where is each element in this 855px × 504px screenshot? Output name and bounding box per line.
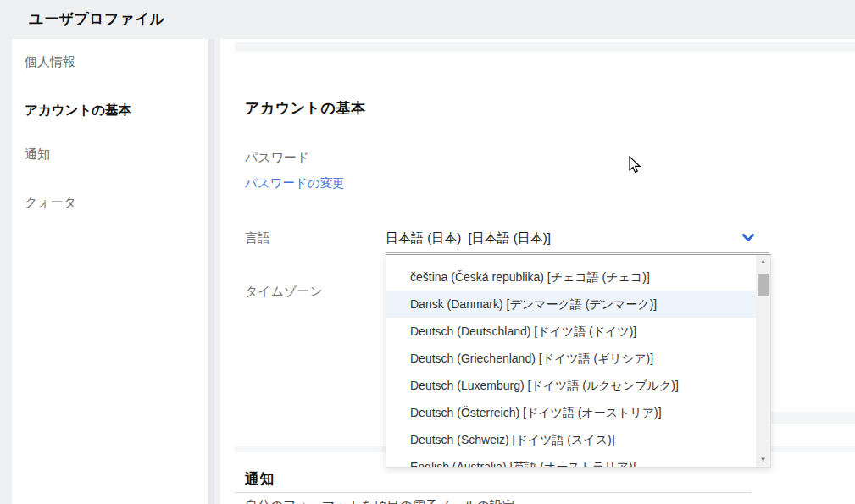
notifications-section-title: 通知 [245,469,275,489]
sidebar-item-personal-info[interactable]: 個人情報 [25,54,75,70]
language-option[interactable]: Deutsch (Luxemburg) [ドイツ語 (ルクセンブルク)] [386,372,756,399]
language-select-value: 日本語 (日本) [日本語 (日本)] [386,230,551,246]
password-label: パスワード [245,150,309,166]
triangle-up-icon[interactable]: ▲ [756,255,770,269]
chevron-down-icon[interactable] [742,234,754,242]
notifications-clipped-text: 自分のフォーマットを項目の電子メールの設定 [245,498,515,504]
language-label: 言語 [245,230,270,246]
change-password-link[interactable]: パスワードの変更 [245,175,345,191]
top-scroll-band [235,42,855,52]
scrollbar-thumb[interactable] [758,274,769,296]
language-option-list: čeština (Česká republika) [チェコ語 (チェコ)] D… [386,263,756,468]
language-option[interactable]: Deutsch (Österreich) [ドイツ語 (オーストリア)] [386,399,756,426]
timezone-label: タイムゾーン [245,284,323,300]
section-title-account-basics: アカウントの基本 [245,98,365,118]
language-dropdown: čeština (Česká republika) [チェコ語 (チェコ)] D… [386,254,771,468]
language-option[interactable]: Deutsch (Griechenland) [ドイツ語 (ギリシア)] [386,345,756,372]
language-select[interactable]: 日本語 (日本) [日本語 (日本)] [386,225,769,253]
notifications-divider [235,492,752,493]
language-option[interactable]: Deutsch (Schweiz) [ドイツ語 (スイス)] [386,426,756,453]
language-option[interactable]: čeština (Česká republika) [チェコ語 (チェコ)] [386,263,756,291]
triangle-down-icon[interactable]: ▼ [756,453,770,467]
sidebar-item-account-basics[interactable]: アカウントの基本 [25,102,131,119]
language-option[interactable]: English (Australia) [英語 (オーストラリア)] [386,453,756,468]
sidebar-item-quota[interactable]: クォータ [25,195,76,211]
sidebar: 個人情報 アカウントの基本 通知 クォータ [12,39,208,504]
sidebar-item-notifications[interactable]: 通知 [25,147,50,163]
sidebar-right-gutter [208,39,214,504]
language-option[interactable]: Dansk (Danmark) [デンマーク語 (デンマーク)] [386,291,756,318]
language-option[interactable]: Deutsch (Deutschland) [ドイツ語 (ドイツ)] [386,318,756,345]
page-title: ユーザプロファイル [29,9,165,29]
dropdown-scrollbar[interactable]: ▲ ▼ [756,255,770,467]
right-gap-band [771,412,855,424]
